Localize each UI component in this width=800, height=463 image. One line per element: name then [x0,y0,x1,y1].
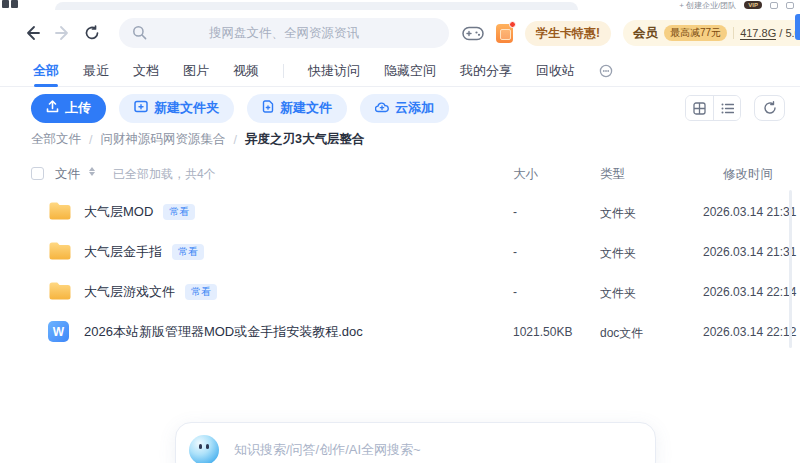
window-layout-icon[interactable] [770,2,778,9]
window-strip-right: + 创建企业/团队 VIP [679,0,794,10]
column-size[interactable]: 大小 [513,166,538,183]
folder-icon [48,201,72,225]
frequent-badge: 常看 [185,284,217,300]
view-tools [685,95,785,121]
file-type: 文件夹 [600,285,636,302]
cloud-plus-icon [375,101,389,116]
search-placeholder: 搜网盘文件、全网资源资讯 [119,18,449,48]
notification-dot [509,21,516,28]
file-type: 文件夹 [600,205,636,222]
window-strip: + 创建企业/团队 VIP [0,0,800,10]
file-modified: 2026.03.14 22:14 [703,285,796,299]
browser-tab[interactable] [55,2,578,10]
promo-bag-icon[interactable] [496,24,513,43]
folder-icon [48,241,72,265]
ai-mascot-icon [189,435,219,463]
window-logo-icon [2,0,18,8]
table-row[interactable]: W 2026本站新版管理器MOD或金手指安装教程.doc 1021.50KB d… [0,312,800,352]
tab-hidden-space[interactable]: 隐藏空间 [384,56,436,87]
file-name[interactable]: 2026本站新版管理器MOD或金手指安装教程.doc [84,312,363,352]
frequent-badge: 常看 [163,204,195,220]
tab-docs[interactable]: 文档 [133,56,159,87]
file-type: 文件夹 [600,245,636,262]
doc-file-icon: W [48,321,69,342]
breadcrumb-current: 异度之刃3大气层整合 [245,131,364,148]
load-status: 已全部加载，共4个 [113,166,216,183]
file-modified: 2026.03.14 22:12 [703,325,796,339]
file-type: doc文件 [600,325,643,342]
member-label: 会员 [633,25,658,42]
tabs-divider [283,64,284,78]
breadcrumb-parent[interactable]: 问财神源码网资源集合 [100,131,225,148]
file-size: - [513,285,517,299]
ai-search-bar[interactable]: 知识搜索/问答/创作/AI全网搜索~ [175,422,656,463]
toolbar: 搜网盘文件、全网资源资讯 学生卡特惠! 会员 最高减77元 417.8G / 5… [0,10,800,56]
tab-videos[interactable]: 视频 [233,56,259,87]
column-modified[interactable]: 修改时间 [723,166,773,183]
tab-images[interactable]: 图片 [183,56,209,87]
folder-plus-icon [134,100,148,116]
file-name[interactable]: 大气层MOD常看 [84,192,195,232]
column-file[interactable]: 文件 [55,166,80,183]
action-bar: 上传 新建文件夹 新建文件 云添加 [0,93,800,123]
grid-view-button[interactable] [686,96,713,120]
scrollbar[interactable] [789,190,792,348]
netdisk-app: + 创建企业/团队 VIP 搜网盘文件、全网资源资讯 学生卡特惠! [0,0,800,463]
file-list: 大气层MOD常看 - 文件夹 2026.03.14 21:31 大气层金手指常看… [0,192,800,352]
back-button[interactable] [24,25,41,41]
tabs-more-icon[interactable] [599,64,613,78]
tab-my-shares[interactable]: 我的分享 [460,56,512,87]
tab-quick-access[interactable]: 快捷访问 [308,56,360,87]
view-toggle [685,95,741,121]
vip-badge[interactable]: VIP [744,1,762,9]
file-table-header: 文件 已全部加载，共4个 大小 类型 修改时间 [0,162,800,188]
file-size: 1021.50KB [513,325,572,339]
file-size: - [513,205,517,219]
tab-recent[interactable]: 最近 [83,56,109,87]
select-all-checkbox[interactable] [31,167,44,180]
create-team-link[interactable]: + 创建企业/团队 [679,0,736,10]
file-plus-icon [262,100,274,116]
member-discount-badge: 最高减77元 [664,25,727,41]
window-more-icon[interactable] [786,2,794,9]
column-type[interactable]: 类型 [600,166,625,183]
member-storage-button[interactable]: 会员 最高减77元 417.8G / 5.0T ¥0.04/G起 › [623,20,800,46]
upload-button[interactable]: 上传 [31,94,106,123]
frequent-badge: 常看 [172,244,204,260]
table-row[interactable]: 大气层MOD常看 - 文件夹 2026.03.14 21:31 [0,192,800,232]
forward-button[interactable] [54,25,71,41]
table-row[interactable]: 大气层游戏文件常看 - 文件夹 2026.03.14 22:14 [0,272,800,312]
table-row[interactable]: 大气层金手指常看 - 文件夹 2026.03.14 21:31 [0,232,800,272]
folder-icon [48,281,72,305]
cloud-add-button[interactable]: 云添加 [360,94,449,123]
file-size: - [513,245,517,259]
game-controller-icon[interactable] [462,25,484,42]
storage-usage: 417.8G / 5.0T [740,27,800,39]
search-input[interactable]: 搜网盘文件、全网资源资讯 [119,18,449,48]
upload-icon [46,100,59,116]
member-divider [733,27,734,39]
file-modified: 2026.03.14 21:31 [703,245,796,259]
ai-search-placeholder: 知识搜索/问答/创作/AI全网搜索~ [234,441,421,459]
breadcrumb-root[interactable]: 全部文件 [31,131,81,148]
side-widget-handle[interactable] [795,14,800,40]
new-file-button[interactable]: 新建文件 [247,94,347,123]
toolbar-right: 学生卡特惠! 会员 最高减77元 417.8G / 5.0T ¥0.04/G起 … [462,20,800,46]
student-promo-button[interactable]: 学生卡特惠! [525,21,611,46]
file-name[interactable]: 大气层游戏文件常看 [84,272,217,312]
category-tabs: 全部 最近 文档 图片 视频 快捷访问 隐藏空间 我的分享 回收站 [0,56,800,87]
tab-all[interactable]: 全部 [33,56,59,87]
list-view-button[interactable] [713,96,740,120]
tab-recycle-bin[interactable]: 回收站 [536,56,575,87]
file-name[interactable]: 大气层金手指常看 [84,232,204,272]
breadcrumb: 全部文件 / 问财神源码网资源集合 / 异度之刃3大气层整合 [31,131,364,148]
refresh-list-button[interactable] [754,95,785,121]
sort-icon[interactable] [89,167,95,176]
new-folder-button[interactable]: 新建文件夹 [119,94,234,123]
file-modified: 2026.03.14 21:31 [703,205,796,219]
refresh-button[interactable] [84,25,100,41]
